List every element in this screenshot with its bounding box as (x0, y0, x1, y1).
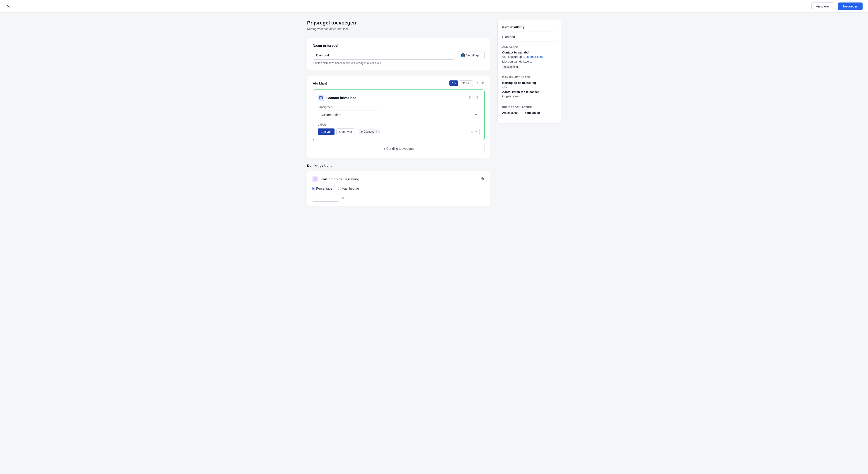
actief-vanaf-value: - (502, 115, 518, 119)
dan-card-title: Korting op de bestelling (320, 177, 360, 181)
summary-title: Samenvatting (502, 25, 556, 31)
name-hint: Klanten zien deze naam in hun winkelwage… (313, 61, 485, 65)
summary-name-value: Diamond (502, 35, 556, 42)
discount-input[interactable] (312, 194, 339, 202)
condition-card-title: Contact bevat label (327, 96, 358, 100)
summary-actief-vanaf-col: Actief vanaf - (502, 111, 518, 119)
summary-met-een-van: Met een van de labels: (502, 60, 556, 63)
summary-verloopt-op-col: Verloopt op - (525, 111, 540, 119)
labelgroep-chevron-icon: ▼ (474, 113, 477, 117)
summary-diamond-tag: Diamond (502, 65, 520, 69)
summary-korting-label: Korting op de bestelling (502, 81, 556, 85)
translations-button[interactable]: 🌐 Vertalingen (458, 51, 485, 59)
summary-actief-section: Prijsregel actief Actief vanaf - Verloop… (502, 106, 556, 119)
add-button[interactable]: Toevoegen (838, 2, 863, 10)
summary-tag-dot (504, 66, 506, 68)
geen-van-button[interactable]: Geen van (336, 128, 355, 135)
svg-rect-0 (319, 97, 322, 99)
condition-card: Contact bevat label ⧉ 🗑 Labelgroep Custo… (313, 90, 485, 140)
vast-bedrag-radio[interactable] (338, 187, 341, 190)
summary-tag-label: Diamond (507, 65, 518, 68)
percentage-label: Percentage (316, 187, 333, 190)
vast-bedrag-option[interactable]: Vast bedrag (338, 187, 359, 190)
summary-van-labelgroep-row: Van labelgroep: Customer tiers (502, 55, 556, 59)
percentage-option[interactable]: Percentage (312, 187, 333, 190)
diamond-tag: Diamond ✕ (359, 129, 380, 134)
close-button[interactable]: ✕ (5, 3, 11, 10)
toggle-group: Als Als niet En Of (450, 81, 485, 86)
condition-card-title-row: Contact bevat label (318, 94, 358, 101)
summary-dan-title: Dan krijgt klant (502, 76, 556, 79)
summary-tags: Diamond (502, 65, 556, 69)
tags-input[interactable]: Diamond ✕ ✕ ▼ (357, 128, 479, 135)
delete-condition-button[interactable]: 🗑 (474, 95, 479, 101)
labels-label: Labels (318, 123, 479, 126)
toggle-als-niet-button[interactable]: Als niet (459, 81, 473, 86)
input-suffix: % (341, 196, 344, 200)
naam-section-title: Naam prijsregel (313, 43, 485, 48)
add-condition-button[interactable]: + Conditie toevoegen (313, 144, 485, 153)
summary-als-klant-block: Als klant Contact bevat label Van labelg… (502, 45, 556, 72)
een-van-button[interactable]: Één van (318, 128, 335, 135)
summary-dan-block: Dan krijgt klant Korting op de bestellin… (502, 76, 556, 102)
sidebar: Samenvatting Diamond Als klant Contact b… (497, 20, 561, 467)
tag-dot (361, 131, 363, 132)
vast-bedrag-label: Vast bedrag (342, 187, 359, 190)
summary-korting-value: - % (502, 86, 556, 89)
toggle-als-button[interactable]: Als (450, 81, 458, 86)
top-bar-actions: Annuleren Toevoegen (811, 2, 863, 10)
tag-label: Diamond (364, 130, 374, 133)
percentage-radio[interactable] (312, 187, 315, 190)
top-bar-left: ✕ (5, 3, 11, 10)
tags-clear-button[interactable]: ✕ (470, 130, 473, 134)
summary-card: Samenvatting Diamond Als klant Contact b… (497, 20, 561, 124)
tags-chevron-icon: ▼ (475, 130, 477, 133)
cancel-button[interactable]: Annuleren (811, 2, 835, 10)
dan-card: % Korting op de bestelling 🗑 Percentage (307, 171, 490, 207)
labels-row: Één van Geen van Diamond ✕ ✕ ▼ (318, 128, 479, 135)
verloopt-op-value: - (525, 115, 540, 119)
labelgroep-label: Labelgroep (318, 105, 479, 109)
dan-card-header: % Korting op de bestelling 🗑 (312, 176, 486, 182)
naam-section: Naam prijsregel 🌐 Vertalingen Klanten zi… (307, 38, 490, 70)
summary-van-labelgroep-text: Van labelgroep: (502, 55, 523, 59)
verloopt-op-label: Verloopt op (525, 111, 540, 115)
summary-actief-title: Prijsregel actief (502, 106, 556, 109)
name-row: 🌐 Vertalingen (313, 51, 485, 60)
summary-aantal-value: Ongelimiteerd (502, 94, 556, 98)
page-title: Prijsregel toevoegen (307, 20, 490, 26)
dan-card-title-row: % Korting op de bestelling (312, 176, 360, 182)
summary-dates-row: Actief vanaf - Verloopt op - (502, 111, 556, 119)
svg-rect-2 (320, 98, 320, 98)
summary-labelgroep-value: Customer tiers (524, 55, 543, 59)
summary-aantal-label: Aantal keren toe te passen (502, 90, 556, 94)
als-klant-header: Als klant Als Als niet En Of (313, 81, 485, 86)
labelgroep-select[interactable]: Customer tiers (318, 110, 381, 119)
actief-vanaf-label: Actief vanaf (502, 111, 518, 115)
copy-condition-button[interactable]: ⧉ (468, 95, 472, 101)
top-bar: ✕ Annuleren Toevoegen (0, 0, 868, 13)
dan-section: Dan krijgt klant % Korting op de bestell… (307, 164, 490, 207)
translations-icon: 🌐 (461, 53, 465, 57)
condition-icon (318, 94, 324, 101)
main-content: Prijsregel toevoegen Korting voor contac… (307, 20, 490, 467)
condition-card-header: Contact bevat label ⧉ 🗑 (318, 94, 479, 101)
summary-contact-label: Contact bevat label (502, 51, 556, 54)
name-input[interactable] (313, 51, 455, 60)
labels-field: Labels Één van Geen van Diamond ✕ ✕ ▼ (318, 123, 479, 135)
labelgroep-select-wrapper: Customer tiers ▼ (318, 110, 479, 119)
als-klant-wrapper: Als klant Als Als niet En Of (307, 76, 490, 158)
discount-value-row: % (312, 194, 486, 202)
dan-title: Dan krijgt klant (307, 164, 490, 167)
als-klant-title: Als klant (313, 81, 327, 85)
condition-card-actions: ⧉ 🗑 (468, 95, 479, 101)
labelgroep-field: Labelgroep Customer tiers ▼ (318, 105, 479, 119)
tag-remove-button[interactable]: ✕ (375, 130, 378, 133)
svg-text:%: % (314, 178, 316, 180)
toggle-en-label: En (475, 82, 478, 85)
page-wrapper: Prijsregel toevoegen Korting voor contac… (298, 13, 570, 474)
toggle-of-label: Of (481, 82, 484, 85)
delete-dan-button[interactable]: 🗑 (480, 176, 486, 182)
summary-als-klant-title: Als klant (502, 45, 556, 49)
radio-group: Percentage Vast bedrag (312, 187, 486, 190)
